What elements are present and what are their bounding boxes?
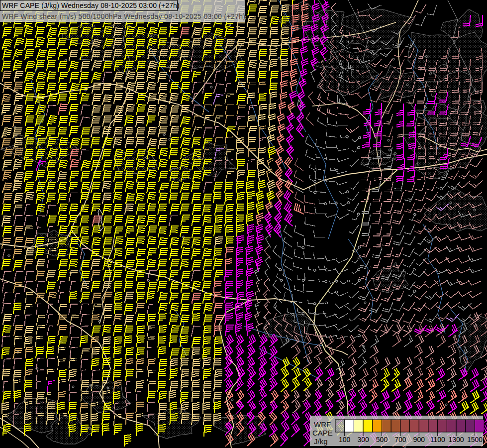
svg-text:500: 500 xyxy=(376,436,388,444)
svg-text:300: 300 xyxy=(357,436,369,444)
svg-text:700: 700 xyxy=(394,436,406,444)
svg-text:WRF: WRF xyxy=(314,420,331,429)
svg-text:WRF Wind shear (m/s) 500/1000h: WRF Wind shear (m/s) 500/1000hPa Wednesd… xyxy=(2,12,245,20)
svg-text:1300: 1300 xyxy=(449,436,464,444)
svg-text:1500: 1500 xyxy=(467,436,483,444)
svg-text:900: 900 xyxy=(413,436,425,444)
svg-text:J/kg: J/kg xyxy=(314,437,328,446)
svg-text:1100: 1100 xyxy=(430,436,445,444)
svg-text:WRF CAPE (J/kg) Wednesday 08-1: WRF CAPE (J/kg) Wednesday 08-10-2025 03:… xyxy=(2,1,180,9)
svg-text:100: 100 xyxy=(339,436,351,444)
svg-text:CAPE: CAPE xyxy=(312,429,333,437)
